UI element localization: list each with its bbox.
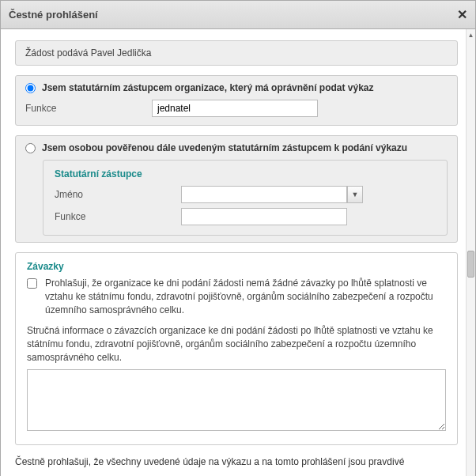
liabilities-textarea[interactable] (27, 369, 446, 431)
jmeno-dropdown-button[interactable]: ▼ (347, 186, 363, 203)
declaration-dialog: Čestné prohlášení ✕ Žádost podává Pavel … (0, 0, 476, 476)
liabilities-desc: Stručná informace o závazcích organizace… (27, 324, 446, 364)
statutory-fieldset: Statutární zástupce Jméno ▼ Funkce (43, 160, 448, 236)
jmeno-input[interactable] (181, 186, 347, 203)
close-icon[interactable]: ✕ (457, 7, 467, 22)
radio-statutory-rep[interactable] (25, 83, 36, 93)
radio-authorized-person[interactable] (25, 143, 36, 153)
dialog-content: Žádost podává Pavel Jedlička Jsem statut… (1, 29, 475, 476)
scroll-thumb[interactable] (467, 251, 474, 278)
no-liabilities-checkbox[interactable] (27, 278, 37, 289)
zavazky-section: Závazky Prohlašuji, že organizace ke dni… (15, 252, 458, 445)
dialog-title: Čestné prohlášení (9, 9, 98, 21)
no-liabilities-text: Prohlašuji, že organizace ke dni podání … (45, 277, 446, 316)
funkce2-input[interactable] (181, 208, 347, 225)
funkce-input[interactable] (152, 100, 318, 117)
radio-authorized-person-label: Jsem osobou pověřenou dále uvedeným stat… (42, 142, 407, 153)
applicant-box: Žádost podává Pavel Jedlička (15, 40, 458, 66)
jmeno-label: Jméno (55, 189, 181, 200)
option1-box: Jsem statutárním zástupcem organizace, k… (15, 75, 458, 126)
zavazky-legend: Závazky (27, 261, 446, 272)
funkce2-label: Funkce (55, 211, 181, 222)
applicant-text: Žádost podává Pavel Jedlička (25, 47, 151, 59)
radio-statutory-rep-label: Jsem statutárním zástupcem organizace, k… (42, 82, 373, 93)
vertical-scrollbar[interactable]: ▲ ▼ (466, 29, 475, 476)
titlebar: Čestné prohlášení ✕ (1, 1, 475, 29)
confirm-text: Čestně prohlašuji, že všechny uvedené úd… (15, 456, 458, 467)
funkce-label: Funkce (25, 103, 152, 114)
statutory-legend: Statutární zástupce (55, 168, 436, 179)
option2-box: Jsem osobou pověřenou dále uvedeným stat… (15, 135, 458, 243)
chevron-down-icon: ▼ (352, 191, 359, 198)
scroll-up-icon[interactable]: ▲ (467, 29, 475, 40)
